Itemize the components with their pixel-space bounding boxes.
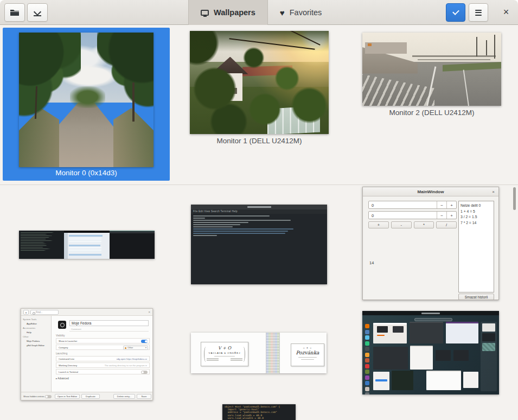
orange-detail (368, 43, 372, 46)
wallpaper-thumb-desktop-wide[interactable] (19, 231, 155, 259)
op-minus: - (391, 221, 412, 228)
monitor-0-preview-photo (19, 33, 154, 167)
panel-top-strip (110, 231, 155, 233)
row-show-in-launcher: Show in Launcher (56, 338, 150, 343)
detail-columns (201, 357, 248, 361)
dark-panel (110, 231, 155, 259)
monitor-2-card[interactable]: Monitor 2 (DELL U2412M) (362, 33, 501, 118)
monitor-0-card[interactable]: Monitor 0 (0x14d3) (3, 28, 170, 181)
wallpaper-thumb-overview[interactable] (362, 311, 499, 394)
leaves-layer (190, 31, 329, 134)
wallpaper-app-window: Wallpapers ♥ Favorites × (0, 0, 518, 420)
open-folder-button[interactable] (4, 3, 25, 22)
row-command-line: Command Line xdg-open https://mojefedora… (56, 356, 150, 361)
window-close-icon: × (148, 310, 150, 314)
section-label: Visibility (56, 334, 65, 337)
monitor-1-preview-photo (190, 31, 329, 134)
op-plus: + (368, 221, 389, 228)
text-line (193, 220, 291, 221)
monitor-2-label: Monitor 2 (DELL U2412M) (362, 109, 501, 117)
window-thumbnail (392, 371, 413, 390)
window-thumbnail (410, 346, 433, 370)
spin-minus: − (437, 212, 446, 219)
header-bar: Wallpapers ♥ Favorites × (0, 0, 518, 25)
tab-wallpapers-label: Wallpapers (214, 8, 255, 17)
workspace-thumb (482, 323, 495, 332)
wallpaper-thumb-calculator[interactable]: MainWindow × 0 − + 0 − + + - * / 14 Nelz… (362, 187, 499, 300)
invitation-card-left: V + O VÁCLAVA & ONDŘEJ (201, 342, 248, 366)
dock-icon (365, 370, 369, 374)
window-thumbnail (463, 372, 478, 388)
close-button[interactable]: × (498, 4, 514, 20)
history-line: Nelze delit 0 (461, 203, 492, 209)
download-wallpapers-button[interactable] (27, 3, 48, 22)
overview-top-bar (362, 311, 499, 315)
selected-text-line (193, 231, 288, 232)
clock-text (421, 313, 440, 314)
window-thumbnail (453, 350, 469, 361)
tab-favorites[interactable]: ♥ Favorites (268, 0, 334, 25)
selected-text-line (193, 228, 293, 230)
monitor-1-card[interactable]: Monitor 1 (DELL U2412M) (190, 31, 329, 146)
show-hidden-label: Show hidden entries (23, 395, 44, 398)
scrollbar-thumb[interactable] (513, 187, 516, 210)
text-line (193, 222, 248, 223)
window-thumbnail (446, 322, 478, 343)
terminal-titlebar (191, 205, 327, 209)
sidebar-category: Other (23, 335, 51, 339)
toggle-off (141, 371, 148, 374)
text-line (193, 226, 233, 227)
spin-value: 0 (369, 212, 437, 219)
tab-favorites-label: Favorites (290, 8, 322, 17)
sidebar-item-appeditor: AppEditor (23, 322, 51, 326)
editor-main-panel: Moje Fedora Comment Visibility Show in L… (52, 316, 152, 393)
sidebar-item-help: Help (23, 330, 51, 335)
tab-wallpapers[interactable]: Wallpapers (188, 0, 268, 25)
view-tabs: Wallpapers ♥ Favorites (188, 0, 334, 25)
monitor-1-label: Monitor 1 (DELL U2412M) (190, 137, 329, 145)
search-field: Find... (30, 310, 59, 315)
dock-icon (365, 381, 369, 385)
spin-plus: + (446, 201, 456, 208)
dock-icon (365, 324, 369, 328)
op-multiply: * (414, 221, 434, 228)
advanced-expander: ▸ Advanced (56, 377, 69, 380)
app-window-panel (64, 231, 110, 259)
sidebar-item-moje-fedora: Moje Fedora (23, 339, 51, 343)
duplicate-button: Duplicate (81, 394, 100, 399)
dock-icon (365, 358, 369, 362)
pozvanka-text: Pozvánka (291, 350, 324, 355)
show-hidden-toggle (45, 395, 52, 398)
dock-icon (365, 387, 369, 391)
dock-icon (365, 335, 369, 340)
detail-block (207, 358, 219, 361)
overview-search-field (414, 318, 452, 321)
sidebar-item-yed: yEd Graph Editor (23, 343, 51, 348)
row-category: Category Other (56, 345, 150, 350)
wallpaper-thumb-invitations[interactable]: V + O VÁCLAVA & ONDŘEJ ~ × ~ Pozvánka (191, 333, 327, 373)
wallpaper-thumb-menu-editor[interactable]: + Find... × System Tools AppEditor Acces… (21, 308, 153, 400)
sidebar-category: Accessories (23, 326, 51, 330)
text-line (193, 215, 270, 217)
overview-dock (363, 324, 370, 394)
dock-icon (365, 376, 369, 380)
window-inner-dark (377, 326, 388, 333)
apply-button[interactable] (446, 3, 465, 22)
wallpaper-thumb-code[interactable]: object Host "padisnmud3.benocs.com" { im… (222, 404, 296, 420)
spin-minus: − (437, 201, 446, 208)
heart-icon: ♥ (280, 9, 285, 17)
subtitle-line (298, 357, 317, 358)
content-rows (69, 238, 101, 243)
detail-block (231, 358, 242, 361)
menu-button[interactable] (469, 3, 488, 22)
history-line: 1 + 4 = 5 (461, 209, 492, 215)
subtitle-line (301, 359, 314, 360)
wallpaper-thumb-terminal[interactable]: File Edit View Search Terminal Help (191, 205, 327, 284)
command-value: xdg-open https://mojefedora.cz (117, 357, 147, 361)
editor-bottom-bar: Show hidden entries Open in Text Editor … (21, 392, 152, 400)
working-dir-placeholder: The working directory to run the program… (105, 363, 147, 368)
editor-toolbar: + Find... × (21, 309, 152, 316)
open-in-text-editor-button: Open in Text Editor (55, 394, 80, 399)
calc-titlebar: MainWindow × (363, 187, 498, 196)
terminal-menubar: File Edit View Search Terminal Help (191, 209, 327, 214)
